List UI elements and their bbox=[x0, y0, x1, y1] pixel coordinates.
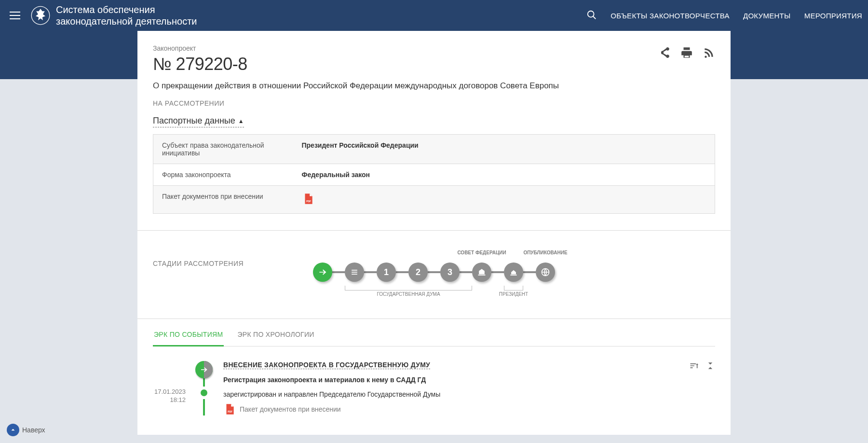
stage-sovfed[interactable]: СОВЕТ ФЕДЕРАЦИИ bbox=[472, 263, 491, 282]
back-to-top-label: Наверх bbox=[22, 426, 45, 434]
stage-reading-3[interactable]: 3 bbox=[440, 263, 460, 282]
share-icon[interactable] bbox=[658, 46, 671, 59]
tab-by-chrono[interactable]: ЭРК ПО ХРОНОЛОГИИ bbox=[236, 331, 315, 346]
tab-by-events[interactable]: ЭРК ПО СОБЫТИЯМ bbox=[153, 331, 224, 346]
collapse-icon[interactable] bbox=[705, 361, 715, 371]
bill-card: Законопроект № 279220-8 О прекращении де… bbox=[137, 31, 731, 435]
passport-table: Субъект права законодательной инициативы… bbox=[153, 134, 715, 214]
rss-icon[interactable] bbox=[703, 46, 715, 59]
stage-reading-1[interactable]: 1 bbox=[377, 263, 396, 282]
svg-text:PDF: PDF bbox=[306, 200, 311, 203]
back-to-top[interactable]: Наверх bbox=[7, 424, 45, 436]
pdf-icon[interactable]: PDF bbox=[302, 193, 314, 205]
event-dot bbox=[201, 389, 207, 396]
stage-sovfed-label: СОВЕТ ФЕДЕРАЦИИ bbox=[457, 250, 506, 255]
stages-label: СТАДИИ РАССМОТРЕНИЯ bbox=[153, 260, 244, 267]
event-title[interactable]: ВНЕСЕНИЕ ЗАКОНОПРОЕКТА В ГОСУДАРСТВЕННУЮ… bbox=[223, 361, 430, 369]
svg-text:PDF: PDF bbox=[228, 411, 232, 413]
svg-line-2 bbox=[593, 16, 596, 19]
event-stage-icon bbox=[195, 361, 213, 378]
passport-form-key: Форма законопроекта bbox=[153, 164, 293, 186]
events-list: 17.01.2023 18:12 ВНЕСЕНИЕ ЗАКОНОПРОЕКТА … bbox=[137, 346, 731, 415]
event-row: 17.01.2023 18:12 ВНЕСЕНИЕ ЗАКОНОПРОЕКТА … bbox=[153, 361, 715, 415]
passport-row-form: Форма законопроекта Федеральный закон bbox=[153, 164, 715, 186]
tabs-section: ЭРК ПО СОБЫТИЯМ ЭРК ПО ХРОНОЛОГИИ bbox=[137, 318, 731, 346]
card-actions bbox=[658, 46, 715, 59]
bill-number: № 279220-8 bbox=[153, 54, 715, 74]
stage-publ-label: ОПУБЛИКОВАНИЕ bbox=[523, 250, 567, 255]
bill-status: НА РАССМОТРЕНИИ bbox=[153, 99, 715, 107]
event-date: 17.01.2023 bbox=[153, 388, 186, 396]
passport-pack-key: Пакет документов при внесении bbox=[153, 186, 293, 214]
nav-events[interactable]: МЕРОПРИЯТИЯ bbox=[804, 12, 862, 20]
passport-row-pack: Пакет документов при внесении PDF bbox=[153, 186, 715, 214]
passport-toggle-label: Паспортные данные bbox=[153, 116, 235, 126]
passport-form-val: Федеральный закон bbox=[293, 164, 715, 186]
app-header: Система обеспечения законодательной деят… bbox=[0, 0, 868, 31]
bill-kind: Законопроект bbox=[153, 44, 715, 52]
passport-subject-key: Субъект права законодательной инициативы bbox=[153, 135, 293, 164]
passport-subject-val: Президент Российской Федерации bbox=[293, 135, 715, 164]
sort-icon[interactable] bbox=[689, 361, 699, 371]
stage-committee[interactable] bbox=[345, 263, 364, 282]
stage-intro[interactable] bbox=[313, 263, 332, 282]
crest-icon bbox=[31, 6, 50, 25]
stage-publication[interactable]: ОПУБЛИКОВАНИЕ bbox=[536, 263, 555, 282]
search-icon[interactable] bbox=[586, 10, 597, 22]
site-title-line2: законодательной деятельности bbox=[56, 15, 197, 27]
event-time: 18:12 bbox=[153, 396, 186, 404]
stage-duma-label: ГОСУДАРСТВЕННАЯ ДУМА bbox=[345, 291, 472, 297]
chevron-up-icon bbox=[7, 424, 19, 436]
event-text: зарегистрирован и направлен Председателю… bbox=[223, 390, 715, 398]
stage-reading-2[interactable]: 2 bbox=[408, 263, 428, 282]
stages-track: 1 2 3 СОВЕТ ФЕДЕРАЦИИ ОПУБЛИКОВАНИЕ bbox=[313, 250, 555, 282]
caret-up-icon: ▲ bbox=[238, 118, 244, 125]
stages-section: СТАДИИ РАССМОТРЕНИЯ 1 2 3 СОВЕТ ФЕДЕРАЦИ… bbox=[137, 230, 731, 296]
site-title: Система обеспечения законодательной деят… bbox=[56, 4, 197, 27]
nav-objects[interactable]: ОБЪЕКТЫ ЗАКОНОТВОРЧЕСТВА bbox=[610, 12, 730, 20]
print-icon[interactable] bbox=[680, 46, 693, 59]
svg-point-1 bbox=[588, 11, 594, 17]
event-pdf-icon[interactable]: PDF bbox=[223, 403, 236, 415]
bill-description: О прекращении действия в отношении Росси… bbox=[153, 81, 715, 91]
svg-rect-5 bbox=[352, 270, 357, 271]
event-subtitle: Регистрация законопроекта и материалов к… bbox=[223, 376, 715, 384]
menu-button[interactable] bbox=[6, 5, 24, 26]
stage-president[interactable] bbox=[504, 263, 523, 282]
stage-prez-label: ПРЕЗИДЕНТ bbox=[494, 291, 533, 297]
site-title-line1: Система обеспечения bbox=[56, 4, 197, 15]
passport-row-subject: Субъект права законодательной инициативы… bbox=[153, 135, 715, 164]
svg-rect-6 bbox=[352, 272, 357, 273]
passport-toggle[interactable]: Паспортные данные ▲ bbox=[153, 116, 244, 127]
event-doc-label[interactable]: Пакет документов при внесении bbox=[240, 405, 341, 413]
nav-documents[interactable]: ДОКУМЕНТЫ bbox=[743, 12, 791, 20]
svg-rect-7 bbox=[352, 274, 357, 275]
